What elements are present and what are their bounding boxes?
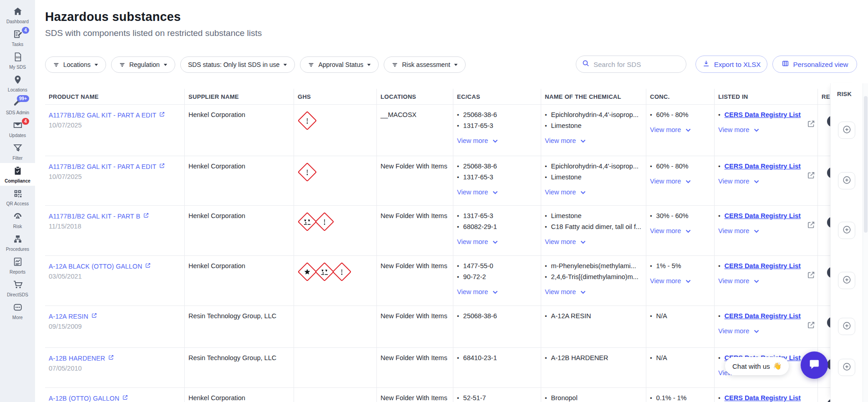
- view-more-link[interactable]: View more: [457, 288, 537, 295]
- sidebar-item-more[interactable]: More: [0, 300, 35, 322]
- caret-down-icon: [94, 63, 98, 66]
- bullet-dot: •: [718, 111, 721, 120]
- add-risk-assessment-button[interactable]: [838, 222, 855, 239]
- view-more-link[interactable]: View more: [718, 277, 814, 285]
- add-risk-assessment-button[interactable]: [838, 272, 855, 289]
- restricted-list-link[interactable]: CERS Data Registry List: [725, 212, 801, 221]
- bullet-dot: •: [457, 273, 459, 282]
- sidebar-item-my-sds[interactable]: SDSMy SDS: [0, 49, 35, 72]
- sidebar-item-filter[interactable]: Filter: [0, 140, 35, 163]
- ghs-corrosion-pictogram: [315, 262, 334, 281]
- vertical-scrollbar[interactable]: [863, 83, 868, 402]
- search-input[interactable]: [594, 61, 684, 68]
- filter-pill-locations[interactable]: Locations: [45, 56, 106, 73]
- add-risk-assessment-button[interactable]: [838, 318, 855, 335]
- product-link[interactable]: A-12A BLACK (OTTO) GALLON: [49, 262, 151, 270]
- add-risk-assessment-button[interactable]: [838, 172, 855, 189]
- view-more-link[interactable]: View more: [718, 178, 814, 185]
- risk-buttons-column: [831, 104, 863, 402]
- filter-pill-risk-assessment[interactable]: Risk assessment: [384, 56, 466, 73]
- add-risk-assessment-button[interactable]: [838, 122, 855, 139]
- open-sds-external-icon[interactable]: [807, 270, 816, 281]
- vertical-scrollbar-thumb[interactable]: [864, 96, 868, 233]
- view-more-link[interactable]: View more: [718, 327, 814, 335]
- list-item: •52-51-7: [457, 394, 537, 402]
- circle-plus-icon: [842, 275, 852, 286]
- view-more-link[interactable]: View more: [718, 126, 814, 133]
- sidebar-item-reports[interactable]: Reports: [0, 254, 35, 277]
- download-icon: [702, 60, 710, 69]
- view-more-link[interactable]: View more: [650, 126, 711, 133]
- list-item: •1477-55-0: [457, 262, 537, 271]
- restricted-list-link[interactable]: CERS Data Registry List: [725, 394, 801, 402]
- open-sds-external-icon[interactable]: [807, 171, 816, 181]
- product-link[interactable]: A1177B1/B2 GAL KIT - PART A EDIT: [49, 163, 165, 170]
- view-more-link[interactable]: View more: [545, 137, 642, 144]
- product-link[interactable]: A-12B (OTTO) GALLON: [49, 394, 128, 402]
- export-xlsx-button[interactable]: Export to XLSX: [695, 56, 767, 73]
- bullet-dot: •: [457, 312, 459, 321]
- sidebar-item-updates[interactable]: 4Updates: [0, 117, 35, 140]
- view-more-link[interactable]: View more: [650, 227, 711, 234]
- sidebar-item-directsds[interactable]: DirectSDS: [0, 277, 35, 300]
- filter-pill-approval-status[interactable]: Approval Status: [300, 56, 379, 73]
- chat-launcher-button[interactable]: [801, 351, 828, 379]
- sidebar-item-qr-access[interactable]: QR Access: [0, 186, 35, 209]
- sidebar-item-label: Tasks: [12, 42, 24, 47]
- bullet-dot: •: [457, 212, 459, 221]
- restricted-list-link[interactable]: CERS Data Registry List: [725, 163, 801, 171]
- list-item: •CERS Data Registry List: [718, 212, 814, 221]
- sidebar-item-sds-admin[interactable]: 99+SDS Admin: [0, 95, 35, 117]
- sidebar-item-risk[interactable]: Risk: [0, 209, 35, 231]
- sds-table: PRODUCT NAMESUPPLIER NAMEGHSLOCATIONSEC/…: [45, 89, 868, 402]
- filter-bar: LocationsRegulationSDS status: Only list…: [45, 56, 466, 73]
- external-link-icon: [145, 262, 151, 270]
- list-item: •1317-65-3: [457, 122, 537, 131]
- view-more-link[interactable]: View more: [650, 277, 711, 285]
- view-more-link[interactable]: View more: [545, 288, 642, 295]
- restricted-list-link[interactable]: CERS Data Registry List: [725, 111, 801, 120]
- restricted-list-link[interactable]: CERS Data Registry List: [725, 312, 801, 321]
- list-item: •CERS Data Registry List: [718, 163, 814, 171]
- sidebar-item-locations[interactable]: Locations: [0, 72, 35, 95]
- filter-pill-regulation[interactable]: Regulation: [111, 56, 175, 73]
- open-sds-external-icon[interactable]: [807, 321, 816, 331]
- open-sds-external-icon[interactable]: [807, 119, 816, 130]
- bullet-dot: •: [545, 173, 547, 182]
- product-link[interactable]: A1177B1/B2 GAL KIT - PART A EDIT: [49, 111, 165, 119]
- view-more-link[interactable]: View more: [718, 227, 814, 234]
- chat-with-us-pill[interactable]: Chat with us 👋: [725, 357, 789, 375]
- sidebar-item-compliance[interactable]: Compliance: [0, 163, 35, 186]
- restricted-list-link[interactable]: CERS Data Registry List: [725, 262, 801, 271]
- view-more-link[interactable]: View more: [457, 238, 537, 245]
- view-more-link[interactable]: View more: [650, 178, 711, 185]
- product-link[interactable]: A-12A RESIN: [49, 312, 97, 320]
- chevron-down-icon: [580, 137, 586, 144]
- view-more-link[interactable]: View more: [545, 238, 642, 245]
- sidebar-item-tasks[interactable]: 4Tasks: [0, 26, 35, 49]
- list-item-text: A-12A RESIN: [551, 312, 591, 321]
- risk-column-header: RISK: [831, 83, 863, 104]
- view-more-label: View more: [457, 188, 488, 196]
- bullet-dot: •: [718, 394, 721, 402]
- listed-in-cell: •CERS Data Registry ListView more: [714, 105, 817, 156]
- filter-pill-sds-status-only-list-sds-in-use[interactable]: SDS status: Only list SDS in use: [180, 56, 295, 73]
- view-more-link[interactable]: View more: [457, 137, 537, 144]
- ghs-exclamation-pictogram: [332, 262, 351, 281]
- add-risk-assessment-button[interactable]: [838, 359, 855, 376]
- sidebar-item-dashboard[interactable]: Dashboard: [0, 4, 35, 26]
- chemical-name-cell: •A-12B HARDENER: [541, 348, 646, 387]
- product-link[interactable]: A-12B HARDENER: [49, 354, 114, 362]
- concentration-cell: •N/A: [646, 348, 714, 387]
- view-more-link[interactable]: View more: [545, 188, 642, 196]
- sidebar-item-procedures[interactable]: Procedures: [0, 231, 35, 254]
- personalized-view-button[interactable]: Personalized view: [772, 56, 857, 73]
- product-link[interactable]: A1177B1/B2 GAL KIT - PART B: [49, 212, 149, 220]
- bullet-dot: •: [545, 223, 547, 232]
- view-more-link[interactable]: View more: [457, 188, 537, 196]
- open-sds-external-icon[interactable]: [807, 220, 816, 231]
- product-cell: A1177B1/B2 GAL KIT - PART A EDIT 10/07/2…: [45, 156, 184, 205]
- bullet-dot: •: [545, 312, 547, 321]
- list-item: •C18 Fatty acid dimer, tall oil f...: [545, 223, 642, 232]
- sidebar-item-label: Filter: [12, 156, 22, 161]
